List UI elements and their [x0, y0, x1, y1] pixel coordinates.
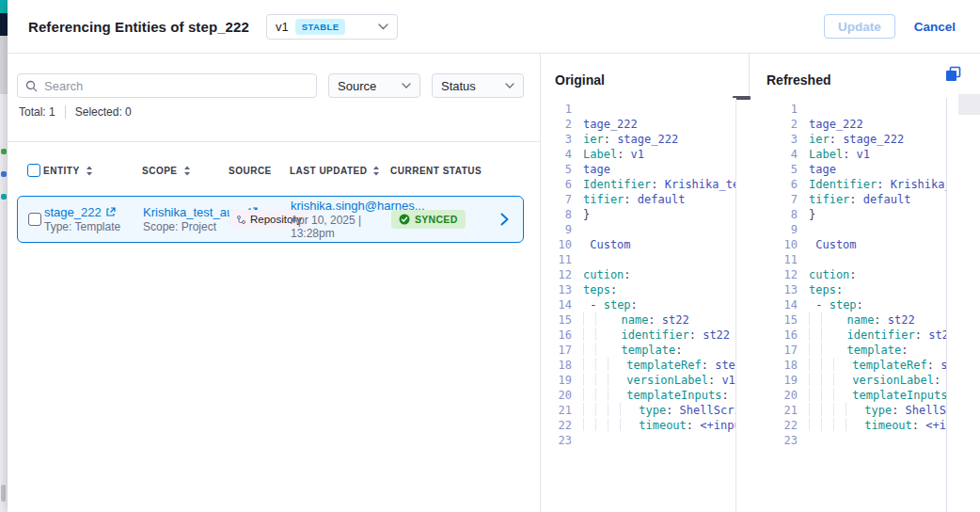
cancel-button[interactable]: Cancel: [914, 20, 956, 34]
line-number: 17: [541, 343, 572, 358]
line-number: 13: [541, 282, 572, 297]
line-number: 3: [767, 132, 798, 147]
line-number: 17: [767, 343, 798, 358]
line-number: 21: [767, 403, 798, 418]
code-line: 11: [541, 252, 735, 267]
line-number: 4: [541, 147, 572, 162]
chevron-down-icon: [357, 24, 388, 30]
copy-icon[interactable]: [943, 66, 962, 85]
line-number: 14: [767, 297, 798, 312]
original-panel-title: Original: [555, 72, 605, 88]
line-number: 10: [767, 237, 798, 252]
column-header-scope[interactable]: SCOPE: [142, 166, 229, 176]
entity-link[interactable]: stage_222: [44, 205, 143, 219]
code-line: 7tifier: default: [767, 192, 946, 207]
code-line: 20 templateInputs:: [767, 388, 946, 403]
code-line: 12cution:: [541, 267, 735, 282]
row-checkbox[interactable]: [28, 213, 41, 226]
code-line: 9: [767, 222, 946, 237]
chevron-down-icon: [402, 83, 411, 88]
line-number: 2: [541, 117, 572, 132]
stable-badge: STABLE: [295, 19, 346, 35]
code-line: 4Label: v1: [541, 147, 735, 162]
column-header-source: SOURCE: [229, 166, 290, 176]
code-line: 6Identifier: Krishika_test_aut: [541, 177, 735, 192]
update-button[interactable]: Update: [824, 14, 895, 39]
column-header-last-updated[interactable]: LAST UPDATED: [290, 166, 390, 176]
line-number: 12: [767, 267, 798, 282]
line-number: 23: [767, 433, 798, 448]
search-input[interactable]: [44, 79, 308, 93]
code-line: 19 versionLabel: v1: [541, 373, 735, 388]
code-line: 10 Custom: [767, 237, 946, 252]
line-number: 6: [767, 177, 798, 192]
line-number: 14: [541, 297, 572, 312]
code-line: 14 - step:: [541, 297, 735, 312]
code-line: 20 templateInputs:: [541, 388, 735, 403]
code-line: 2tage_222: [541, 117, 735, 132]
code-line: 18 templateRef: step_222: [541, 358, 735, 373]
drawer-header: Referencing Entities of step_222 v1 STAB…: [8, 0, 980, 54]
line-number: 19: [541, 373, 572, 388]
search-box[interactable]: [17, 73, 317, 98]
entity-table-row[interactable]: stage_222 Type: Template Krishika_test_a…: [17, 196, 524, 243]
chevron-right-icon[interactable]: [485, 213, 523, 226]
line-number: 18: [541, 358, 572, 373]
background-navbar: [0, 13, 8, 36]
code-line: 1: [541, 102, 735, 117]
code-line: 10 Custom: [541, 237, 735, 252]
line-number: 13: [767, 282, 798, 297]
code-line: 16 identifier: st22: [541, 328, 735, 343]
line-number: 22: [541, 418, 572, 433]
line-number: 6: [541, 177, 572, 192]
background-page-sliver: [0, 0, 8, 512]
line-number: 21: [541, 403, 572, 418]
code-line: 7tifier: default: [541, 192, 735, 207]
sort-icon: [86, 166, 93, 176]
code-line: 2tage_222: [767, 117, 946, 132]
line-number: 9: [541, 222, 572, 237]
sort-icon: [183, 166, 191, 176]
version-selector[interactable]: v1 STABLE: [266, 14, 398, 40]
code-line: 21 type: ShellScript: [767, 403, 946, 418]
background-topbar: [0, 0, 8, 13]
select-all-checkbox[interactable]: [27, 164, 40, 177]
repository-icon: [236, 215, 246, 225]
line-number: 15: [541, 312, 572, 328]
scrollbar-track[interactable]: [958, 94, 980, 115]
refreshed-code-editor[interactable]: 12tage_2223ier: stage_2224Label: v15tage…: [767, 98, 947, 512]
code-line: 9: [541, 222, 735, 237]
background-icon: [1, 149, 7, 154]
line-number: 7: [541, 192, 572, 207]
code-line: 5tage: [767, 162, 946, 177]
source-dropdown[interactable]: Source: [328, 73, 420, 98]
line-number: 7: [767, 192, 798, 207]
code-line: 23: [541, 433, 735, 448]
code-line: 15 name: st22: [541, 312, 735, 328]
column-header-current-status: CURRENT STATUS: [390, 166, 484, 176]
list-summary: Total: 1 Selected: 0: [19, 105, 132, 119]
line-number: 16: [767, 328, 798, 343]
line-number: 15: [767, 312, 798, 328]
divider: [8, 141, 541, 142]
code-line: 6Identifier: Krishika_test_aut: [767, 177, 946, 192]
line-number: 1: [767, 102, 798, 117]
line-number: 20: [541, 388, 572, 403]
panel-divider: [749, 54, 750, 98]
last-updated-at: Apr 10, 2025 | 13:28pm: [291, 214, 391, 240]
divider: [65, 105, 66, 119]
line-number: 2: [767, 117, 798, 132]
line-number: 3: [541, 132, 572, 147]
column-header-entity[interactable]: ENTITY: [43, 166, 142, 176]
sort-icon: [372, 166, 380, 176]
status-dropdown[interactable]: Status: [432, 73, 524, 98]
last-updated-by[interactable]: krishika.singh@harnes...: [291, 199, 391, 213]
code-line: 3ier: stage_222: [541, 132, 735, 147]
code-line: 5tage: [541, 162, 735, 177]
line-number: 19: [767, 373, 798, 388]
line-number: 10: [541, 237, 572, 252]
line-number: 1: [541, 102, 572, 117]
line-number: 12: [541, 267, 572, 282]
original-code-editor[interactable]: 12tage_2223ier: stage_2224Label: v15tage…: [541, 98, 736, 512]
scope-link[interactable]: Krishika_test_au...: [143, 205, 229, 219]
